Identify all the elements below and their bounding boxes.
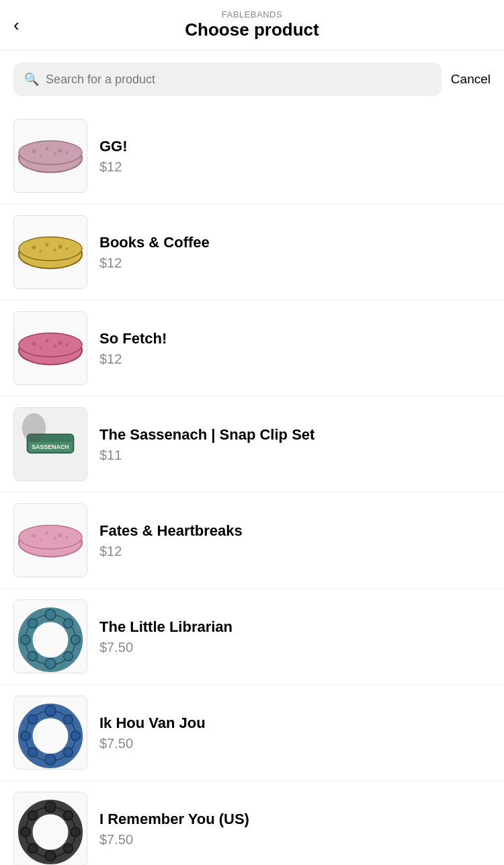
page-title: Choose product xyxy=(185,19,319,40)
product-image xyxy=(13,696,87,770)
product-info: So Fetch! $12 xyxy=(99,330,167,367)
svg-point-53 xyxy=(45,610,56,620)
product-name: So Fetch! xyxy=(99,330,167,347)
product-list: GG! $12 Books & Coffee $12 xyxy=(0,108,504,865)
product-info: I Remember You (US) $7.50 xyxy=(99,811,249,848)
svg-point-69 xyxy=(28,748,38,757)
svg-point-76 xyxy=(64,811,73,821)
svg-point-81 xyxy=(21,827,30,837)
svg-point-16 xyxy=(32,245,36,249)
svg-point-64 xyxy=(45,706,56,716)
svg-point-67 xyxy=(64,748,73,757)
svg-point-19 xyxy=(39,250,42,253)
svg-point-20 xyxy=(53,249,56,252)
svg-point-38 xyxy=(22,413,46,442)
product-image xyxy=(13,600,87,673)
svg-point-29 xyxy=(58,341,62,345)
svg-point-78 xyxy=(64,844,73,854)
svg-point-46 xyxy=(58,533,62,537)
product-info: The Little Librarian $7.50 xyxy=(99,618,233,655)
svg-point-80 xyxy=(28,844,38,854)
product-item[interactable]: Ik Hou Van Jou $7.50 xyxy=(0,685,504,781)
product-item[interactable]: GG! $12 xyxy=(0,108,504,204)
product-image xyxy=(13,503,87,577)
product-item[interactable]: Books & Coffee $12 xyxy=(0,204,504,300)
product-info: Ik Hou Van Jou $7.50 xyxy=(99,714,206,751)
svg-point-17 xyxy=(46,243,49,247)
header-title-group: FABLEBANDS Choose product xyxy=(185,9,319,40)
product-name: Books & Coffee xyxy=(99,234,210,251)
svg-point-60 xyxy=(28,619,38,628)
svg-point-56 xyxy=(64,652,73,661)
cancel-button[interactable]: Cancel xyxy=(451,72,491,87)
svg-point-8 xyxy=(39,154,42,157)
svg-point-21 xyxy=(66,247,69,250)
search-input-wrapper[interactable]: 🔍 xyxy=(13,63,442,96)
search-row: 🔍 Cancel xyxy=(0,50,504,108)
product-price: $11 xyxy=(99,448,314,463)
product-price: $12 xyxy=(99,255,210,271)
product-price: $7.50 xyxy=(99,736,206,751)
svg-point-79 xyxy=(45,851,56,862)
product-name: The Sassenach | Snap Clip Set xyxy=(99,426,314,444)
product-info: Fates & Heartbreaks $12 xyxy=(99,522,243,559)
product-price: $7.50 xyxy=(99,832,249,848)
product-info: GG! $12 xyxy=(99,138,128,175)
svg-point-77 xyxy=(71,827,80,837)
product-image xyxy=(13,311,87,385)
svg-point-44 xyxy=(32,534,36,538)
svg-point-47 xyxy=(39,538,42,541)
product-image xyxy=(13,119,87,193)
product-name: GG! xyxy=(99,138,128,155)
svg-point-49 xyxy=(66,536,69,538)
product-item[interactable]: The Little Librarian $7.50 xyxy=(0,589,504,685)
product-item[interactable]: So Fetch! $12 xyxy=(0,300,504,397)
svg-point-65 xyxy=(64,715,73,725)
svg-point-66 xyxy=(71,731,80,741)
product-item[interactable]: I Remember You (US) $7.50 xyxy=(0,781,504,865)
svg-point-10 xyxy=(66,151,69,154)
product-item[interactable]: SASSENACH The Sassenach | Snap Clip Set … xyxy=(0,397,504,493)
product-name: Ik Hou Van Jou xyxy=(99,714,206,732)
svg-point-27 xyxy=(32,341,36,345)
product-name: The Little Librarian xyxy=(99,618,233,636)
svg-point-82 xyxy=(28,811,38,821)
product-price: $12 xyxy=(99,159,128,175)
product-image: SASSENACH xyxy=(13,407,87,481)
svg-point-31 xyxy=(53,345,56,348)
svg-point-28 xyxy=(46,339,49,343)
svg-point-18 xyxy=(58,245,62,249)
product-info: Books & Coffee $12 xyxy=(99,234,210,271)
header: ‹ FABLEBANDS Choose product xyxy=(0,0,504,50)
search-icon: 🔍 xyxy=(24,72,39,87)
product-price: $7.50 xyxy=(99,640,233,655)
search-input[interactable] xyxy=(46,73,431,87)
svg-point-54 xyxy=(64,619,73,628)
product-info: The Sassenach | Snap Clip Set $11 xyxy=(99,426,314,463)
svg-point-57 xyxy=(45,659,56,669)
product-item[interactable]: Fates & Heartbreaks $12 xyxy=(0,493,504,589)
svg-point-59 xyxy=(21,635,30,645)
svg-point-9 xyxy=(53,153,56,156)
svg-point-6 xyxy=(46,147,49,151)
product-image xyxy=(13,792,87,865)
product-name: Fates & Heartbreaks xyxy=(99,522,243,540)
svg-point-55 xyxy=(71,635,80,645)
svg-point-68 xyxy=(45,755,56,766)
svg-point-58 xyxy=(28,652,38,661)
product-price: $12 xyxy=(99,544,243,559)
product-name: I Remember You (US) xyxy=(99,811,249,828)
product-price: $12 xyxy=(99,352,167,367)
svg-point-30 xyxy=(39,346,42,349)
product-image xyxy=(13,215,87,289)
svg-point-32 xyxy=(66,343,69,346)
back-button[interactable]: ‹ xyxy=(13,16,19,34)
svg-text:SASSENACH: SASSENACH xyxy=(32,444,69,450)
brand-label: FABLEBANDS xyxy=(185,9,319,19)
svg-point-7 xyxy=(58,149,62,153)
svg-point-45 xyxy=(46,532,49,535)
svg-point-70 xyxy=(21,731,30,741)
svg-point-48 xyxy=(53,537,56,540)
svg-point-71 xyxy=(28,715,38,725)
svg-point-5 xyxy=(32,149,36,153)
